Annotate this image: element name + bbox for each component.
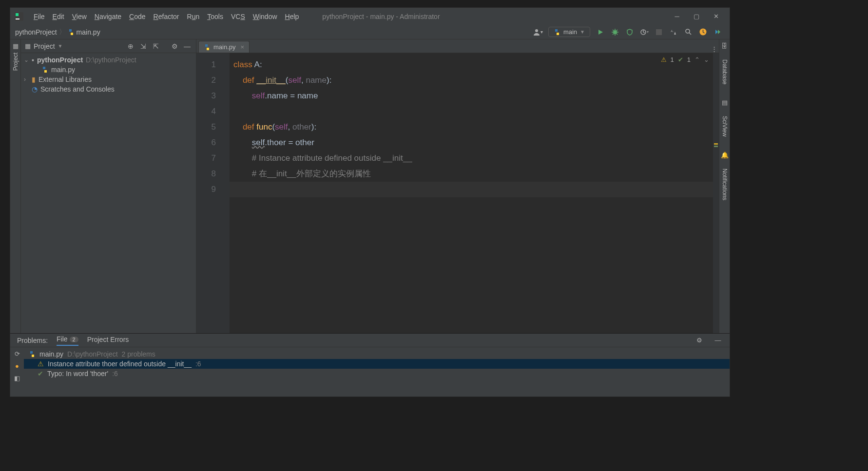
code-line[interactable]: # Instance attribute defined outside __i… <box>230 151 719 166</box>
python-file-icon <box>68 29 75 36</box>
inspection-bulb-icon[interactable]: ● <box>15 362 19 370</box>
scratches-icon: ◔ <box>32 85 38 93</box>
close-tab-button[interactable]: × <box>241 43 245 51</box>
next-highlight-button[interactable]: ⌄ <box>704 56 709 63</box>
code-line[interactable]: class A: <box>230 57 719 73</box>
menu-edit[interactable]: Edit <box>49 11 68 22</box>
right-tool-stripe: 🗄 Database ▤ SciView 🔔 Notifications <box>719 39 730 333</box>
problems-tab-project-errors[interactable]: Project Errors <box>87 336 129 345</box>
panel-settings-button[interactable]: ⚙ <box>170 41 179 51</box>
tab-options-button[interactable]: ⋮ <box>709 45 719 53</box>
svg-rect-2 <box>16 19 19 19</box>
svg-point-3 <box>535 29 538 32</box>
menu-refactor[interactable]: Refactor <box>150 11 183 22</box>
warning-icon: ⚠ <box>38 360 44 368</box>
project-toolwindow-stripe-icon[interactable]: ▦ <box>13 42 19 50</box>
run-button[interactable] <box>594 26 607 38</box>
problems-list[interactable]: main.py D:\pythonProject 2 problems ⚠Ins… <box>24 347 730 396</box>
code-line[interactable] <box>230 104 719 119</box>
code-line[interactable]: # 在__init__外部定义的实例属性 <box>230 166 719 182</box>
problems-file-header[interactable]: main.py D:\pythonProject 2 problems <box>24 349 730 359</box>
window-maximize-button[interactable]: ▢ <box>687 8 706 25</box>
svg-point-4 <box>613 30 617 34</box>
code-line[interactable] <box>230 182 719 197</box>
code-line[interactable]: self.thoer = other <box>230 135 719 151</box>
hide-problems-button[interactable]: — <box>713 337 723 344</box>
navigation-toolbar: pythonProject 〉 main.py ▾ main ▼ ▾ <box>10 25 730 39</box>
debug-button[interactable] <box>609 26 621 38</box>
user-icon[interactable]: ▾ <box>532 26 544 38</box>
translate-icon[interactable] <box>667 26 680 38</box>
expand-all-button[interactable]: ⇲ <box>138 41 148 51</box>
menu-run[interactable]: Run <box>183 11 204 22</box>
svg-rect-6 <box>656 29 662 35</box>
menu-window[interactable]: Window <box>249 11 281 22</box>
folder-icon: ▪ <box>32 56 34 64</box>
typo-icon: ✔ <box>38 370 43 377</box>
project-toolwindow-stripe-label[interactable]: Project <box>12 50 19 74</box>
code-editor[interactable]: 123456789 class A: def __init__(self, na… <box>196 53 719 333</box>
profiler-button[interactable]: ▾ <box>638 26 651 38</box>
inspection-widget[interactable]: ⚠1 ✔1 ⌃ ⌄ <box>661 56 709 63</box>
problems-settings-button[interactable]: ⚙ <box>694 337 704 344</box>
chevron-right-icon[interactable]: › <box>24 76 29 83</box>
menu-view[interactable]: View <box>68 11 91 22</box>
breadcrumb-file[interactable]: main.py <box>77 28 100 36</box>
menu-code[interactable]: Code <box>125 11 149 22</box>
project-view-icon: ▦ <box>25 42 31 50</box>
menu-file[interactable]: File <box>30 11 49 22</box>
locate-file-button[interactable]: ⊕ <box>126 41 135 51</box>
ide-update-icon[interactable] <box>696 26 709 38</box>
refresh-icon[interactable]: ⟳ <box>15 350 20 358</box>
stop-button[interactable] <box>653 26 665 38</box>
error-stripe[interactable] <box>713 53 719 333</box>
python-icon <box>554 29 560 36</box>
main-body: ▦ Project ▦ Project ▼ ⊕ ⇲ ⇱ ⚙ — ⌄ ▪ pyth… <box>10 39 730 333</box>
breadcrumb-root[interactable]: pythonProject <box>15 28 57 36</box>
window-minimize-button[interactable]: ─ <box>667 8 687 25</box>
layout-icon[interactable]: ◧ <box>14 375 20 382</box>
menu-vcs[interactable]: VCS <box>227 11 249 22</box>
breadcrumb[interactable]: pythonProject 〉 main.py <box>15 28 100 37</box>
search-button[interactable] <box>682 26 694 38</box>
project-tree[interactable]: ⌄ ▪ pythonProject D:\pythonProject main.… <box>21 53 196 96</box>
sciview-toolwindow-button[interactable]: ▤ <box>722 99 728 106</box>
problem-item[interactable]: ⚠Instance attribute thoer defined outsid… <box>24 359 730 369</box>
prev-highlight-button[interactable]: ⌃ <box>694 56 700 63</box>
python-file-icon <box>204 44 211 51</box>
fold-gutter[interactable] <box>221 53 230 333</box>
tree-file-main[interactable]: main.py <box>24 65 193 75</box>
project-tool-window: ▦ Project ▼ ⊕ ⇲ ⇱ ⚙ — ⌄ ▪ pythonProject … <box>21 39 196 333</box>
chevron-down-icon[interactable]: ⌄ <box>24 57 29 63</box>
tree-scratches[interactable]: ◔ Scratches and Consoles <box>24 84 193 94</box>
editor-tab-main[interactable]: main.py × <box>198 41 250 53</box>
collapse-all-button[interactable]: ⇱ <box>151 41 161 51</box>
typo-icon: ✔ <box>678 56 683 63</box>
problems-side-toolbar: ⟳ ● ◧ <box>10 347 24 396</box>
window-title: pythonProject - main.py - Administrator <box>322 13 440 20</box>
code-content[interactable]: class A: def __init__(self, name): self.… <box>230 53 719 333</box>
problems-tab-file[interactable]: File2 <box>57 335 78 346</box>
menu-help[interactable]: Help <box>281 11 303 22</box>
coverage-button[interactable] <box>623 26 636 38</box>
ide-window: File Edit View Navigate Code Refactor Ru… <box>10 7 730 397</box>
notifications-toolwindow-button[interactable]: 🔔 <box>721 151 729 159</box>
problems-tabs: Problems: File2 Project Errors ⚙ — <box>10 334 730 347</box>
code-with-me-icon[interactable] <box>711 26 724 38</box>
run-configuration-selector[interactable]: main ▼ <box>548 27 590 37</box>
window-close-button[interactable]: ✕ <box>706 8 726 25</box>
menu-navigate[interactable]: Navigate <box>91 11 125 22</box>
code-line[interactable]: def func(self, other): <box>230 119 719 135</box>
hide-panel-button[interactable]: — <box>182 41 192 51</box>
menu-tools[interactable]: Tools <box>203 11 227 22</box>
chevron-down-icon[interactable]: ▼ <box>58 43 63 49</box>
tree-project-root[interactable]: ⌄ ▪ pythonProject D:\pythonProject <box>24 55 193 65</box>
chevron-right-icon: 〉 <box>59 28 66 37</box>
code-line[interactable]: self.name = name <box>230 88 719 104</box>
tree-external-libraries[interactable]: › ▮ External Libraries <box>24 75 193 84</box>
problems-label: Problems: <box>17 337 48 344</box>
code-line[interactable]: def __init__(self, name): <box>230 73 719 88</box>
line-number-gutter[interactable]: 123456789 <box>196 53 221 333</box>
problem-item[interactable]: ✔Typo: In word 'thoer' :6 <box>24 369 730 378</box>
database-toolwindow-button[interactable]: 🗄 <box>721 42 728 50</box>
